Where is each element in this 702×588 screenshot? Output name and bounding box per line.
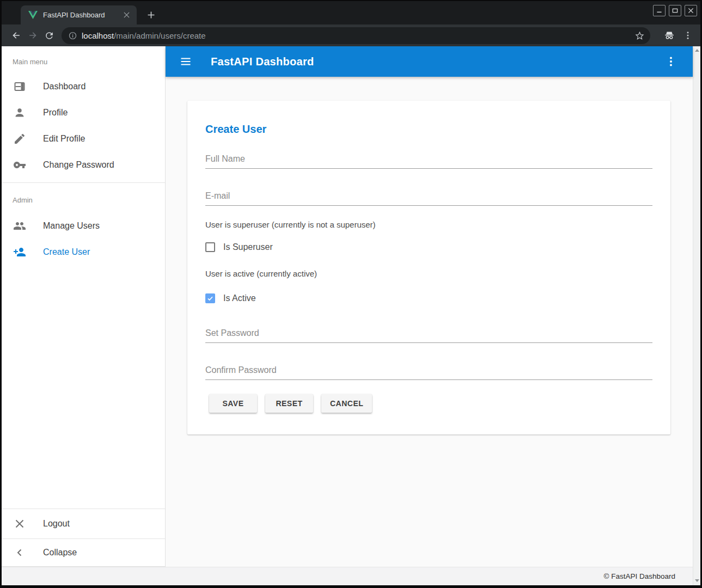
superuser-hint: User is superuser (currently is not a su…: [205, 219, 652, 231]
tab-title: FastAPI Dashboard: [43, 11, 121, 19]
person-icon: [13, 106, 26, 119]
person-add-icon: [13, 246, 26, 259]
superuser-checkbox[interactable]: [205, 242, 215, 252]
hamburger-menu-button[interactable]: [179, 55, 192, 68]
sidebar-item-logout[interactable]: Logout: [2, 509, 165, 538]
email-field: [205, 190, 652, 206]
sidebar-item-label: Logout: [43, 519, 70, 529]
sidebar-item-manage-users[interactable]: Manage Users: [2, 213, 165, 239]
sidebar-item-profile[interactable]: Profile: [2, 100, 165, 126]
full-name-input[interactable]: [205, 153, 652, 169]
window-controls: [653, 5, 697, 16]
window-close-button[interactable]: [685, 5, 697, 16]
sidebar-item-collapse[interactable]: Collapse: [2, 538, 165, 566]
confirm-password-input[interactable]: [205, 364, 652, 380]
footer-copyright: © FastAPI Dashboard: [603, 572, 675, 580]
active-checkbox-label: Is Active: [223, 293, 256, 303]
sidebar-item-dashboard[interactable]: Dashboard: [2, 74, 165, 100]
scroll-down-arrow[interactable]: [695, 579, 699, 582]
sidebar: Main menu Dashboard Profile: [2, 46, 166, 567]
pencil-icon: [13, 132, 26, 145]
vue-logo-icon: [28, 11, 38, 19]
browser-tabstrip: FastAPI Dashboard: [2, 1, 700, 24]
footer: © FastAPI Dashboard: [2, 567, 693, 585]
browser-tab[interactable]: FastAPI Dashboard: [21, 5, 137, 24]
browser-toolbar: localhost/main/admin/users/create: [2, 24, 700, 46]
url-text: localhost/main/admin/users/create: [82, 31, 206, 40]
sidebar-item-label: Manage Users: [43, 221, 100, 231]
sidebar-item-label: Profile: [43, 108, 68, 118]
sidebar-item-change-password[interactable]: Change Password: [2, 152, 165, 178]
page-content: Main menu Dashboard Profile: [2, 46, 700, 585]
sidebar-section-label-main-menu: Main menu: [13, 58, 165, 66]
url-path: /main/admin/users/create: [114, 31, 205, 40]
set-password-input[interactable]: [205, 327, 652, 343]
save-button[interactable]: SAVE: [209, 394, 257, 413]
forward-button[interactable]: [25, 27, 41, 44]
sidebar-item-edit-profile[interactable]: Edit Profile: [2, 126, 165, 152]
close-icon: [13, 517, 26, 530]
button-row: SAVE RESET CANCEL: [209, 394, 652, 413]
url-host: localhost: [82, 31, 114, 40]
new-tab-button[interactable]: [143, 7, 158, 22]
back-button[interactable]: [8, 27, 25, 44]
confirm-password-field: [205, 364, 652, 380]
sidebar-item-label: Dashboard: [43, 82, 86, 91]
sidebar-item-label: Change Password: [43, 160, 114, 170]
check-icon: [206, 295, 214, 302]
appbar-title: FastAPI Dashboard: [211, 56, 314, 68]
maximize-button[interactable]: [669, 5, 681, 16]
bookmark-star-button[interactable]: [634, 30, 645, 41]
sidebar-item-label: Edit Profile: [43, 134, 85, 144]
full-name-field: [205, 153, 652, 169]
appbar: FastAPI Dashboard: [166, 46, 693, 77]
people-icon: [13, 219, 26, 232]
reset-button[interactable]: RESET: [265, 394, 313, 413]
scroll-up-arrow[interactable]: [695, 49, 699, 52]
active-checkbox[interactable]: [205, 293, 215, 303]
active-checkbox-row[interactable]: Is Active: [205, 292, 652, 305]
superuser-checkbox-label: Is Superuser: [223, 242, 273, 252]
browser-menu-button[interactable]: [683, 30, 693, 40]
sidebar-divider: [2, 182, 165, 183]
scrollbar[interactable]: [693, 46, 700, 585]
tab-close-button[interactable]: [121, 10, 131, 20]
key-icon: [13, 158, 26, 171]
sidebar-item-create-user[interactable]: Create User: [2, 239, 165, 265]
sidebar-section-label-admin: Admin: [13, 196, 165, 204]
sidebar-item-label: Collapse: [43, 548, 77, 558]
set-password-field: [205, 327, 652, 343]
cancel-button[interactable]: CANCEL: [321, 394, 372, 413]
email-input[interactable]: [205, 190, 652, 206]
info-icon[interactable]: [68, 31, 77, 40]
incognito-icon: [663, 29, 675, 41]
chevron-left-icon: [13, 546, 26, 559]
dashboard-icon: [13, 80, 26, 93]
address-bar[interactable]: localhost/main/admin/users/create: [62, 27, 650, 44]
appbar-menu-button[interactable]: [664, 55, 677, 68]
superuser-checkbox-row[interactable]: Is Superuser: [205, 241, 652, 254]
page-title: Create User: [205, 101, 652, 121]
active-hint: User is active (currently active): [205, 268, 652, 280]
sidebar-item-label: Create User: [43, 247, 90, 257]
main-area: FastAPI Dashboard Create User User is su…: [166, 46, 693, 567]
create-user-card: Create User User is superuser (currently…: [187, 101, 670, 434]
minimize-button[interactable]: [653, 5, 666, 16]
reload-button[interactable]: [41, 27, 57, 44]
